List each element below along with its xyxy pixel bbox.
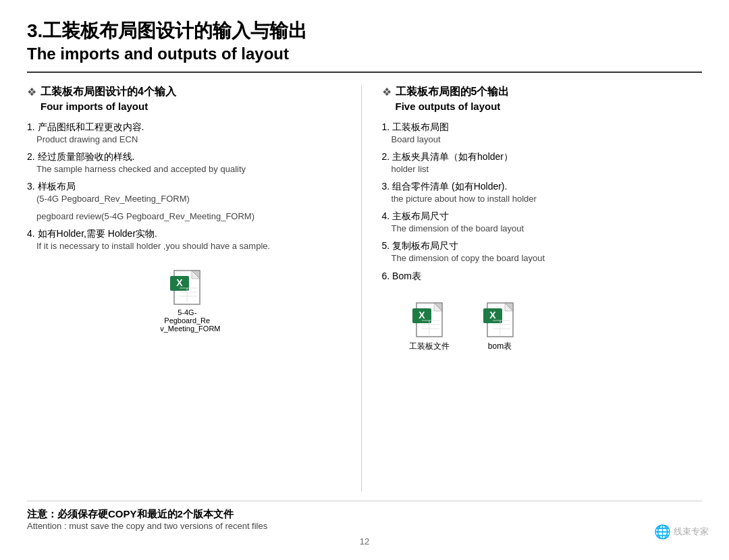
item1-num: 1.	[27, 121, 38, 132]
title-cn: 3.工装板布局图设计的输入与输出	[27, 19, 702, 43]
item4-num: 4.	[27, 228, 38, 239]
content-area: ❖ 工装板布局图设计的4个输入 Four imports of layout 1…	[27, 85, 702, 491]
left-section-header: ❖ 工装板布局图设计的4个输入 Four imports of layout	[27, 85, 348, 119]
right-item6-cn: 6. Bom表	[382, 271, 703, 283]
right-item-3: 3. 组合零件清单 (如有Holder). the picture about …	[382, 181, 703, 205]
item2-en: The sample harness checked and accepted …	[27, 163, 348, 175]
right-item5-cn: 5. 复制板布局尺寸	[382, 240, 703, 252]
title-en: The imports and outputs of layout	[27, 43, 702, 64]
left-file-label: 5-4G-Pegboard_Rev_Meeting_FORM	[160, 308, 214, 333]
item3-num: 3.	[27, 181, 38, 192]
left-section-title-cn: 工装板布局图设计的4个输入	[40, 85, 176, 99]
right-item4-en: The dimension of the board layout	[382, 223, 703, 235]
left-file-icons: X 5-4G-Pegboard_Rev_Meeting_FORM	[27, 264, 348, 333]
item4-en: If it is necessary to install holder ,yo…	[27, 240, 348, 252]
list-item-2: 2. 经过质量部验收的样线. The sample harness checke…	[27, 151, 348, 175]
footer-note-cn: 注意：必须保存硬COPY和最近的2个版本文件	[27, 508, 702, 521]
right-item1-cn: 1. 工装板布局图	[382, 121, 703, 134]
excel-icon-svg-1: X	[412, 296, 446, 338]
right-item1-en: Board layout	[382, 134, 703, 146]
footer-note: 注意：必须保存硬COPY和最近的2个版本文件 Attention : must …	[27, 501, 702, 531]
excel-icon-svg: X	[170, 264, 204, 306]
right-item-1: 1. 工装板布局图 Board layout	[382, 121, 703, 146]
right-item5-en: The dimension of copy the board layout	[382, 252, 703, 264]
right-section-header: ❖ 工装板布局图的5个输出 Five outputs of layout	[382, 85, 703, 119]
item3-cn: 3. 样板布局	[27, 181, 348, 193]
right-item-6: 6. Bom表	[382, 271, 703, 283]
right-file-label-1: 工装板文件	[409, 341, 450, 352]
left-column: ❖ 工装板布局图设计的4个输入 Four imports of layout 1…	[27, 85, 362, 491]
right-file-icon-2: X bom表	[483, 296, 517, 352]
watermark: 🌐 线束专家	[654, 524, 709, 540]
left-file-icon: X 5-4G-Pegboard_Rev_Meeting_FORM	[160, 264, 214, 333]
right-item-2: 2. 主板夹具清单（如有holder） holder list	[382, 151, 703, 175]
list-item-3: 3. 样板布局 (5-4G Pegboard_Rev_Meeting_FORM)	[27, 181, 348, 205]
diamond-icon: ❖	[27, 86, 36, 99]
right-item3-cn: 3. 组合零件清单 (如有Holder).	[382, 181, 703, 193]
right-section-title-cn: 工装板布局图的5个输出	[396, 85, 510, 99]
right-item4-cn: 4. 主板布局尺寸	[382, 211, 703, 223]
item3b-en: pegboard review(5-4G Pegboard_Rev_Meetin…	[27, 211, 348, 223]
right-file-label-2: bom表	[488, 341, 512, 352]
footer-note-en: Attention : must save the copy and two v…	[27, 521, 702, 531]
right-item2-en: holder list	[382, 163, 703, 175]
list-item-1: 1. 产品图纸和工程更改内容. Product drawing and ECN	[27, 121, 348, 146]
item3-en: (5-4G Pegboard_Rev_Meeting_FORM)	[27, 193, 348, 205]
page-number: 12	[27, 536, 702, 547]
right-file-icons: X 工装板文件 X	[409, 296, 703, 352]
right-item-4: 4. 主板布局尺寸 The dimension of the board lay…	[382, 211, 703, 235]
svg-text:X: X	[418, 310, 425, 320]
right-item3-en: the picture about how to install holder	[382, 193, 703, 205]
left-list: 1. 产品图纸和工程更改内容. Product drawing and ECN …	[27, 121, 348, 253]
right-list: 1. 工装板布局图 Board layout 2. 主板夹具清单（如有holde…	[382, 121, 703, 283]
item2-cn: 2. 经过质量部验收的样线.	[27, 151, 348, 163]
right-file-icon-1: X 工装板文件	[409, 296, 450, 352]
left-section-title-en: Four imports of layout	[40, 101, 176, 112]
item2-num: 2.	[27, 151, 38, 162]
slide: 3.工装板布局图设计的输入与输出 The imports and outputs…	[0, 0, 729, 560]
watermark-text: 线束专家	[674, 526, 709, 538]
right-item2-cn: 2. 主板夹具清单（如有holder）	[382, 151, 703, 163]
watermark-icon: 🌐	[654, 524, 671, 540]
excel-icon-svg-2: X	[483, 296, 517, 338]
item4-cn: 4. 如有Holder,需要 Holder实物.	[27, 228, 348, 240]
item1-en: Product drawing and ECN	[27, 134, 348, 146]
item1-cn: 1. 产品图纸和工程更改内容.	[27, 121, 348, 134]
right-section-title-en: Five outputs of layout	[396, 101, 510, 112]
list-item-4: 4. 如有Holder,需要 Holder实物. If it is necess…	[27, 228, 348, 252]
diamond-icon-right: ❖	[382, 86, 392, 99]
svg-text:X: X	[489, 310, 496, 320]
list-item-3b: pegboard review(5-4G Pegboard_Rev_Meetin…	[27, 211, 348, 223]
slide-header: 3.工装板布局图设计的输入与输出 The imports and outputs…	[27, 19, 702, 73]
right-column: ❖ 工装板布局图的5个输出 Five outputs of layout 1. …	[362, 85, 703, 491]
right-item-5: 5. 复制板布局尺寸 The dimension of copy the boa…	[382, 240, 703, 264]
svg-text:X: X	[177, 277, 184, 288]
